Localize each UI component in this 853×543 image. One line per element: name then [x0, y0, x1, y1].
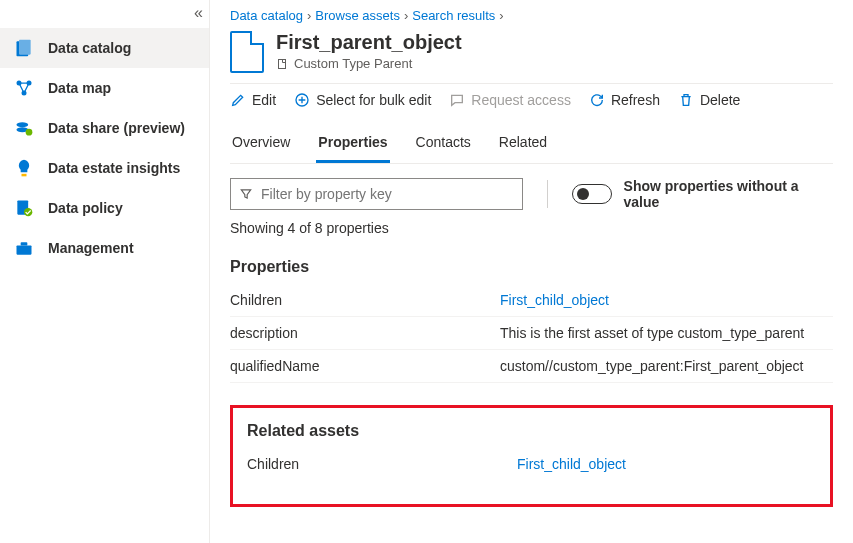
- related-key: Children: [247, 456, 517, 472]
- toggle-show-empty[interactable]: Show properties without a value: [572, 178, 833, 210]
- sidebar-item-data-share[interactable]: Data share (preview): [0, 108, 209, 148]
- sidebar: « Data catalog Data map Data share (prev…: [0, 0, 210, 543]
- sidebar-item-label: Data policy: [48, 200, 123, 216]
- breadcrumb: Data catalog › Browse assets › Search re…: [230, 8, 833, 23]
- breadcrumb-item[interactable]: Browse assets: [315, 8, 400, 23]
- request-access-button: Request access: [449, 92, 571, 108]
- main-content: Data catalog › Browse assets › Search re…: [210, 0, 853, 543]
- svg-rect-12: [21, 242, 28, 245]
- related-row: Children First_child_object: [247, 448, 816, 480]
- svg-rect-1: [19, 40, 31, 55]
- tabs: Overview Properties Contacts Related: [230, 124, 833, 164]
- request-access-label: Request access: [471, 92, 571, 108]
- filter-input[interactable]: [261, 186, 514, 202]
- chevron-right-icon: ›: [404, 8, 408, 23]
- select-bulk-button[interactable]: Select for bulk edit: [294, 92, 431, 108]
- refresh-icon: [589, 92, 605, 108]
- tab-properties[interactable]: Properties: [316, 124, 389, 163]
- sidebar-item-data-estate-insights[interactable]: Data estate insights: [0, 148, 209, 188]
- nav-list: Data catalog Data map Data share (previe…: [0, 28, 209, 268]
- sidebar-item-data-catalog[interactable]: Data catalog: [0, 28, 209, 68]
- trash-icon: [678, 92, 694, 108]
- tab-related[interactable]: Related: [497, 124, 549, 163]
- breadcrumb-item[interactable]: Search results: [412, 8, 495, 23]
- policy-icon: [14, 198, 34, 218]
- sidebar-item-management[interactable]: Management: [0, 228, 209, 268]
- collapse-sidebar-button[interactable]: «: [194, 4, 203, 22]
- delete-button[interactable]: Delete: [678, 92, 740, 108]
- property-row: qualifiedName custom//custom_type_parent…: [230, 350, 833, 383]
- map-icon: [14, 78, 34, 98]
- refresh-label: Refresh: [611, 92, 660, 108]
- plus-circle-icon: [294, 92, 310, 108]
- asset-subtype-text: Custom Type Parent: [294, 56, 412, 71]
- properties-heading: Properties: [230, 258, 833, 276]
- sidebar-item-label: Data catalog: [48, 40, 131, 56]
- toggle-label: Show properties without a value: [624, 178, 833, 210]
- related-value-link[interactable]: First_child_object: [517, 456, 816, 472]
- sidebar-item-label: Data map: [48, 80, 111, 96]
- sidebar-item-label: Management: [48, 240, 134, 256]
- breadcrumb-item[interactable]: Data catalog: [230, 8, 303, 23]
- chevron-right-icon: ›: [307, 8, 311, 23]
- filter-icon: [239, 187, 253, 201]
- svg-point-5: [17, 122, 29, 127]
- chevron-right-icon: ›: [499, 8, 503, 23]
- toolbar: Edit Select for bulk edit Request access…: [230, 83, 833, 116]
- document-icon: [230, 31, 264, 73]
- sidebar-item-label: Data share (preview): [48, 120, 185, 136]
- edit-button[interactable]: Edit: [230, 92, 276, 108]
- pencil-icon: [230, 92, 246, 108]
- refresh-button[interactable]: Refresh: [589, 92, 660, 108]
- sidebar-item-data-policy[interactable]: Data policy: [0, 188, 209, 228]
- related-assets-box: Related assets Children First_child_obje…: [230, 405, 833, 507]
- tab-contacts[interactable]: Contacts: [414, 124, 473, 163]
- svg-rect-11: [17, 246, 32, 255]
- select-bulk-label: Select for bulk edit: [316, 92, 431, 108]
- page-title: First_parent_object: [276, 31, 462, 54]
- tab-overview[interactable]: Overview: [230, 124, 292, 163]
- asset-subtype: Custom Type Parent: [276, 56, 462, 71]
- edit-label: Edit: [252, 92, 276, 108]
- property-key: description: [230, 325, 500, 341]
- property-value: This is the first asset of type custom_t…: [500, 325, 833, 341]
- property-value-link[interactable]: First_child_object: [500, 292, 833, 308]
- property-key: Children: [230, 292, 500, 308]
- share-icon: [14, 118, 34, 138]
- toolbox-icon: [14, 238, 34, 258]
- property-row: Children First_child_object: [230, 284, 833, 317]
- svg-rect-8: [22, 174, 27, 177]
- chat-icon: [449, 92, 465, 108]
- type-icon: [276, 58, 288, 70]
- lightbulb-icon: [14, 158, 34, 178]
- sidebar-item-label: Data estate insights: [48, 160, 180, 176]
- sidebar-item-data-map[interactable]: Data map: [0, 68, 209, 108]
- toggle-switch[interactable]: [572, 184, 611, 204]
- vertical-divider: [547, 180, 548, 208]
- property-key: qualifiedName: [230, 358, 500, 374]
- filter-row: Show properties without a value: [230, 178, 833, 210]
- filter-input-wrapper[interactable]: [230, 178, 523, 210]
- showing-count: Showing 4 of 8 properties: [230, 220, 833, 236]
- property-value: custom//custom_type_parent:First_parent_…: [500, 358, 833, 374]
- property-row: description This is the first asset of t…: [230, 317, 833, 350]
- related-heading: Related assets: [247, 422, 816, 440]
- svg-point-7: [26, 129, 33, 136]
- catalog-icon: [14, 38, 34, 58]
- asset-header: First_parent_object Custom Type Parent: [230, 31, 833, 73]
- delete-label: Delete: [700, 92, 740, 108]
